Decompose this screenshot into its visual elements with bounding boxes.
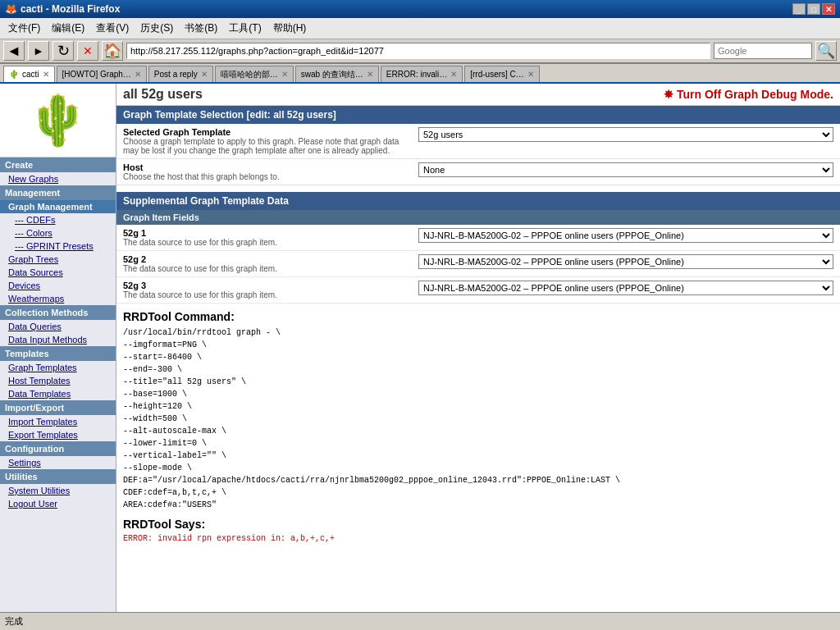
sidebar-item-data-templates[interactable]: Data Templates bbox=[0, 387, 116, 400]
tab-howto[interactable]: [HOWTO] Graph… ✕ bbox=[57, 66, 147, 82]
address-input[interactable] bbox=[126, 43, 710, 59]
template-select[interactable]: 52g users bbox=[418, 127, 833, 142]
home-button[interactable]: 🏠 bbox=[102, 41, 123, 61]
window-title-bar: 🦊 cacti - Mozilla Firefox _ □ ✕ bbox=[0, 0, 840, 18]
search-go-button[interactable]: 🔍 bbox=[815, 41, 837, 61]
sidebar-section-utilities: Utilities bbox=[0, 469, 116, 484]
status-text: 完成 bbox=[5, 615, 23, 628]
maximize-button[interactable]: □ bbox=[807, 3, 820, 15]
debug-mode-link[interactable]: ✸ Turn Off Graph Debug Mode. bbox=[664, 88, 833, 101]
supplemental-section-header: Supplemental Graph Template Data bbox=[116, 192, 840, 210]
tab-haha-close[interactable]: ✕ bbox=[281, 70, 288, 79]
minimize-button[interactable]: _ bbox=[792, 3, 806, 15]
tabs-bar: 🌵 cacti ✕ [HOWTO] Graph… ✕ Post a reply … bbox=[0, 64, 840, 84]
tab-postreply-close[interactable]: ✕ bbox=[201, 70, 208, 79]
item-2-label: 52g 2 The data source to use for this gr… bbox=[116, 251, 412, 276]
menu-tools[interactable]: 工具(T) bbox=[224, 20, 266, 37]
sidebar-item-cdefs[interactable]: --- CDEFs bbox=[0, 213, 116, 226]
menu-edit[interactable]: 编辑(E) bbox=[47, 20, 89, 37]
tab-error-close[interactable]: ✕ bbox=[450, 70, 457, 79]
item-1-select-col: NJ-NRL-B-MA5200G-02 – PPPOE online users… bbox=[412, 225, 840, 246]
sidebar-section-templates: Templates bbox=[0, 346, 116, 361]
tab-error-label: ERROR: invali… bbox=[386, 70, 447, 79]
item-row-2: 52g 2 The data source to use for this gr… bbox=[116, 251, 840, 277]
sidebar-item-data-sources[interactable]: Data Sources bbox=[0, 266, 116, 279]
forward-button[interactable]: ► bbox=[28, 41, 49, 61]
sidebar-section-collection: Collection Methods bbox=[0, 305, 116, 320]
template-label: Selected Graph Template bbox=[123, 127, 405, 137]
sidebar-item-graph-trees[interactable]: Graph Trees bbox=[0, 253, 116, 266]
sidebar-item-graph-templates[interactable]: Graph Templates bbox=[0, 361, 116, 374]
back-button[interactable]: ◄ bbox=[3, 41, 25, 61]
sidebar-item-colors[interactable]: --- Colors bbox=[0, 226, 116, 240]
debug-star: ✸ bbox=[664, 88, 673, 101]
sidebar-item-devices[interactable]: Devices bbox=[0, 279, 116, 292]
tab-cacti-close[interactable]: ✕ bbox=[43, 70, 49, 79]
tab-swab-label: swab 的查询结… bbox=[301, 69, 363, 80]
sidebar-item-system-utilities[interactable]: System Utilities bbox=[0, 484, 116, 497]
item-3-desc: The data source to use for this graph it… bbox=[123, 290, 405, 299]
tab-postreply-label: Post a reply bbox=[154, 70, 198, 79]
template-select-cell: 52g users bbox=[412, 124, 840, 159]
host-label-cell: Host Choose the host that this graph bel… bbox=[116, 159, 412, 185]
tab-swab-close[interactable]: ✕ bbox=[367, 70, 373, 79]
host-desc: Choose the host that this graph belongs … bbox=[123, 172, 405, 181]
menu-bookmarks[interactable]: 书签(B) bbox=[180, 20, 222, 37]
rrd-says-title: RRDTool Says: bbox=[123, 518, 833, 531]
tab-postreply[interactable]: Post a reply ✕ bbox=[148, 66, 213, 82]
graph-template-table: Selected Graph Template Choose a graph t… bbox=[116, 124, 840, 185]
template-label-cell: Selected Graph Template Choose a graph t… bbox=[116, 124, 412, 159]
rrd-section: RRDTool Command: /usr/local/bin/rrdtool … bbox=[116, 304, 840, 550]
tab-swab[interactable]: swab 的查询结… ✕ bbox=[295, 66, 379, 82]
tab-haha[interactable]: 嘻嘻哈哈的部… ✕ bbox=[215, 66, 294, 82]
close-button[interactable]: ✕ bbox=[822, 3, 835, 15]
firefox-icon: 🦊 bbox=[5, 3, 17, 15]
address-bar bbox=[126, 43, 710, 59]
sidebar-item-weathermaps[interactable]: Weathermaps bbox=[0, 292, 116, 305]
menu-bar: 文件(F) 编辑(E) 查看(V) 历史(S) 书签(B) 工具(T) 帮助(H… bbox=[0, 18, 840, 39]
item-1-select[interactable]: NJ-NRL-B-MA5200G-02 – PPPOE online users… bbox=[418, 228, 833, 243]
menu-help[interactable]: 帮助(H) bbox=[268, 20, 312, 37]
sidebar-item-host-templates[interactable]: Host Templates bbox=[0, 374, 116, 387]
sidebar-item-data-queries[interactable]: Data Queries bbox=[0, 320, 116, 333]
menu-view[interactable]: 查看(V) bbox=[91, 20, 134, 37]
item-2-num: 52g 2 bbox=[123, 254, 405, 264]
page-title: all 52g users bbox=[123, 87, 203, 102]
graph-template-section-header: Graph Template Selection [edit: all 52g … bbox=[116, 106, 840, 124]
host-row: Host Choose the host that this graph bel… bbox=[116, 159, 840, 185]
sidebar-item-gprint[interactable]: --- GPRINT Presets bbox=[0, 240, 116, 253]
item-3-select[interactable]: NJ-NRL-B-MA5200G-02 – PPPOE online users… bbox=[418, 281, 833, 295]
sidebar-item-graph-management[interactable]: Graph Management bbox=[0, 200, 116, 213]
tab-howto-close[interactable]: ✕ bbox=[135, 70, 141, 79]
rrd-command-title: RRDTool Command: bbox=[123, 310, 833, 323]
page-header: all 52g users ✸ Turn Off Graph Debug Mod… bbox=[116, 84, 840, 106]
item-row-1: 52g 1 The data source to use for this gr… bbox=[116, 225, 840, 251]
item-2-select[interactable]: NJ-NRL-B-MA5200G-02 – PPPOE online users… bbox=[418, 254, 833, 269]
window-controls[interactable]: _ □ ✕ bbox=[792, 3, 835, 15]
item-3-select-col: NJ-NRL-B-MA5200G-02 – PPPOE online users… bbox=[412, 277, 840, 299]
tab-rrd-close[interactable]: ✕ bbox=[527, 70, 534, 79]
item-2-select-col: NJ-NRL-B-MA5200G-02 – PPPOE online users… bbox=[412, 251, 840, 272]
sidebar-item-import-templates[interactable]: Import Templates bbox=[0, 415, 116, 428]
rrd-command-text: /usr/local/bin/rrdtool graph - \ --imgfo… bbox=[123, 326, 833, 511]
sidebar-item-data-input[interactable]: Data Input Methods bbox=[0, 333, 116, 346]
item-3-num: 52g 3 bbox=[123, 281, 405, 290]
tab-error[interactable]: ERROR: invali… ✕ bbox=[381, 66, 463, 82]
tab-cacti-label: cacti bbox=[22, 70, 39, 79]
tab-cacti[interactable]: 🌵 cacti ✕ bbox=[3, 66, 55, 82]
sidebar-item-settings[interactable]: Settings bbox=[0, 456, 116, 469]
reload-button[interactable]: ↻ bbox=[52, 41, 74, 61]
tab-rrd[interactable]: [rrd-users] C… ✕ bbox=[464, 66, 540, 82]
sidebar-item-logout[interactable]: Logout User bbox=[0, 497, 116, 510]
sidebar-item-new-graphs[interactable]: New Graphs bbox=[0, 172, 116, 185]
search-input[interactable] bbox=[714, 43, 812, 59]
stop-button[interactable]: ✕ bbox=[77, 41, 98, 61]
menu-history[interactable]: 历史(S) bbox=[135, 20, 178, 37]
host-select[interactable]: None bbox=[418, 162, 833, 177]
menu-file[interactable]: 文件(F) bbox=[3, 20, 45, 37]
window-title: 🦊 cacti - Mozilla Firefox bbox=[5, 3, 120, 15]
sidebar-section-importexport: Import/Export bbox=[0, 400, 116, 415]
sidebar-item-export-templates[interactable]: Export Templates bbox=[0, 428, 116, 441]
item-2-desc: The data source to use for this graph it… bbox=[123, 264, 405, 273]
item-3-label: 52g 3 The data source to use for this gr… bbox=[116, 277, 412, 303]
